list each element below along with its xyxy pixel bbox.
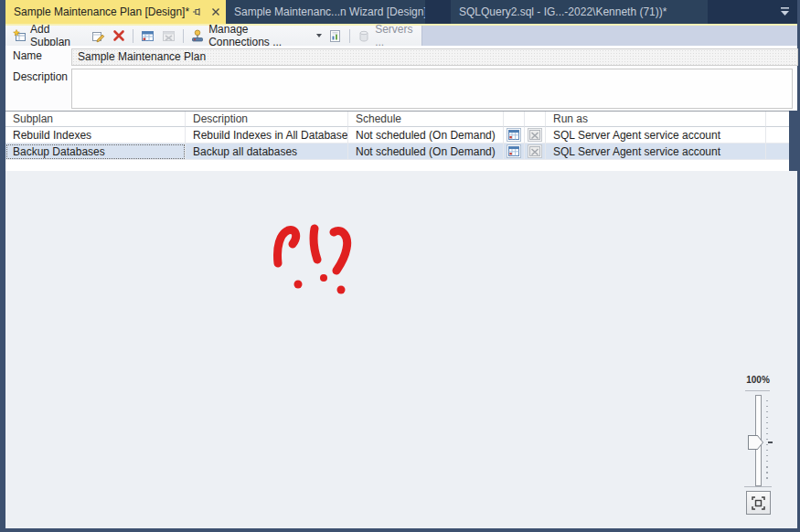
subplan-properties-button[interactable] bbox=[90, 27, 107, 44]
toolbar-separator bbox=[183, 29, 184, 43]
schedule-calendar-icon bbox=[141, 29, 155, 43]
header-run-as[interactable]: Run as bbox=[546, 112, 766, 127]
design-surface[interactable] bbox=[5, 171, 797, 528]
name-input[interactable]: Sample Maintenance Plan bbox=[71, 48, 798, 66]
maintenance-plan-toolbar: Add Subplan bbox=[5, 26, 422, 46]
add-subplan-icon bbox=[13, 29, 27, 43]
cell-filler bbox=[766, 144, 789, 160]
cell-schedule: Not scheduled (On Demand) bbox=[348, 144, 504, 160]
cell-description: Rebuild Indexes in All Databases bbox=[186, 127, 348, 144]
servers-button[interactable]: Servers ... bbox=[356, 27, 420, 44]
tab-list-chevron-icon[interactable] bbox=[780, 7, 790, 16]
cell-subplan: Backup Databases bbox=[5, 144, 186, 160]
edit-schedule-button[interactable] bbox=[504, 144, 525, 160]
header-schedule[interactable]: Schedule bbox=[348, 112, 504, 127]
servers-icon bbox=[357, 29, 371, 43]
header-subplan[interactable]: Subplan bbox=[5, 112, 186, 127]
tab-label: SQLQuery2.sql - IG...-2022\Kenneth (71))… bbox=[451, 5, 667, 18]
cell-run-as: SQL Server Agent service account bbox=[546, 127, 766, 144]
reporting-logging-button[interactable] bbox=[326, 27, 344, 44]
servers-label: Servers ... bbox=[375, 23, 418, 48]
toolbar-separator bbox=[349, 29, 350, 43]
edit-schedule-button[interactable] bbox=[504, 127, 525, 144]
zoom-separator-top bbox=[745, 390, 770, 391]
reporting-icon bbox=[328, 29, 342, 43]
remove-schedule-button[interactable] bbox=[525, 127, 546, 144]
document-tab-bar: Sample Maintenance Plan [Design]* Sample… bbox=[5, 0, 797, 24]
tab-label: Sample Maintenance Plan [Design]* bbox=[5, 5, 189, 18]
tab-label: Sample Maintenanc...n Wizard [Design] bbox=[226, 5, 425, 18]
close-icon[interactable] bbox=[210, 6, 221, 17]
pin-icon[interactable] bbox=[192, 6, 203, 17]
zoom-to-fit-button[interactable] bbox=[746, 491, 771, 515]
toolbar-separator bbox=[133, 29, 133, 43]
manage-connections-label: Manage Connections ... bbox=[208, 23, 310, 48]
subplan-schedule-button[interactable] bbox=[139, 27, 156, 44]
zoom-to-fit-icon bbox=[752, 496, 765, 510]
ssms-window: Sample Maintenance Plan [Design]* Sample… bbox=[0, 0, 800, 532]
edit-subplan-icon bbox=[91, 29, 105, 43]
manage-connections-button[interactable]: Manage Connections ... bbox=[189, 27, 312, 44]
cell-description: Backup all databases bbox=[186, 144, 348, 160]
add-subplan-label: Add Subplan bbox=[30, 23, 84, 48]
cell-run-as: SQL Server Agent service account bbox=[546, 144, 766, 160]
table-row-rebuild-indexes[interactable]: Rebuild Indexes Rebuild Indexes in All D… bbox=[5, 127, 789, 144]
manage-connections-dropdown-icon[interactable] bbox=[316, 34, 322, 37]
zoom-level-label: 100% bbox=[742, 375, 773, 385]
cell-schedule: Not scheduled (On Demand) bbox=[348, 127, 504, 144]
description-label: Description bbox=[13, 70, 68, 83]
subplan-grid: Subplan Description Schedule Run as Rebu… bbox=[5, 111, 789, 172]
description-input[interactable] bbox=[71, 69, 793, 109]
zoom-100-tick bbox=[768, 442, 773, 443]
cell-subplan: Rebuild Indexes bbox=[5, 127, 186, 144]
cell-filler bbox=[766, 127, 789, 144]
tab-maintenance-plan-design[interactable]: Sample Maintenance Plan [Design]* bbox=[5, 0, 226, 24]
remove-schedule-button[interactable] bbox=[525, 144, 546, 160]
plan-properties-panel: Name Sample Maintenance Plan Description bbox=[5, 46, 797, 111]
header-description[interactable]: Description bbox=[186, 112, 348, 127]
header-filler bbox=[766, 112, 789, 127]
grid-header-row: Subplan Description Schedule Run as bbox=[5, 112, 789, 127]
manage-connections-icon bbox=[191, 29, 205, 43]
remove-schedule-button[interactable] bbox=[160, 27, 177, 44]
zoom-slider-ticks bbox=[766, 400, 768, 479]
delete-icon bbox=[112, 29, 125, 42]
delete-subplan-button[interactable] bbox=[111, 27, 127, 44]
tab-sqlquery2[interactable]: SQLQuery2.sql - IG...-2022\Kenneth (71))… bbox=[451, 0, 708, 24]
remove-schedule-icon bbox=[162, 29, 176, 43]
header-schedule-edit bbox=[504, 112, 525, 127]
name-label: Name bbox=[13, 49, 42, 62]
table-row-backup-databases[interactable]: Backup Databases Backup all databases No… bbox=[5, 144, 789, 160]
tab-maintenance-plan-wizard[interactable]: Sample Maintenanc...n Wizard [Design] bbox=[226, 0, 425, 24]
zoom-separator-bottom bbox=[744, 486, 772, 487]
header-schedule-remove bbox=[525, 112, 546, 127]
add-subplan-button[interactable]: Add Subplan bbox=[11, 27, 86, 44]
